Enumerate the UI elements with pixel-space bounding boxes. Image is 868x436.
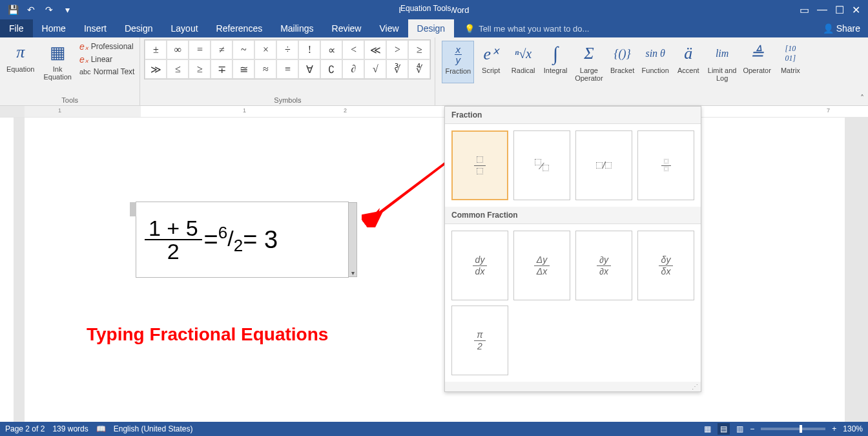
common-fraction-option[interactable]: δyδx [637,231,694,300]
common-fraction-option[interactable]: π2 [451,306,508,375]
linear-button[interactable]: eₓLinear [78,54,136,65]
close-icon[interactable]: ✕ [852,4,860,16]
integral-label: Integral [544,67,568,74]
script-icon: eˣ [483,42,499,65]
zoom-in-icon[interactable]: + [832,424,836,433]
symbol-cell[interactable]: × [254,40,276,59]
fraction-button[interactable]: xy Fraction [442,41,474,83]
symbol-cell[interactable]: ∀ [298,59,320,79]
common-fraction-option[interactable]: ΔyΔx [513,231,570,300]
symbol-cell[interactable]: ∁ [320,59,342,79]
symbol-cell[interactable]: ± [145,40,167,59]
stacked-fraction[interactable]: 1 + 5 2 [145,217,202,262]
function-label: Function [642,67,669,74]
zoom-out-icon[interactable]: − [750,424,754,433]
symbol-cell[interactable]: ≥ [408,40,430,59]
equation-handle[interactable] [130,202,136,216]
zoom-percent[interactable]: 130% [843,424,863,433]
equation-editor[interactable]: 1 + 5 2 = 6/2 = 3 ▾ [136,202,349,278]
function-button[interactable]: sin θFunction [639,41,672,83]
document-area: 1 + 5 2 = 6/2 = 3 ▾ Typing Fractional Eq… [0,118,868,422]
symbol-cell[interactable]: ≤ [167,59,189,79]
tab-view[interactable]: View [370,19,408,37]
tab-review[interactable]: Review [323,19,371,37]
maximize-icon[interactable]: ☐ [835,4,844,16]
equation-button[interactable]: π Equation [4,39,37,95]
symbol-cell[interactable]: ∝ [320,40,342,59]
symbol-cell[interactable]: ≪ [364,40,386,59]
symbol-cell[interactable]: ∓ [211,59,232,79]
symbol-cell[interactable]: ≠ [211,40,232,59]
tab-file[interactable]: File [0,19,33,37]
tab-mailings[interactable]: Mailings [271,19,322,37]
professional-button[interactable]: eₓProfessional [78,41,136,52]
read-mode-icon[interactable]: ▦ [704,424,711,433]
qat-dropdown-icon[interactable]: ▾ [59,2,75,17]
tab-design[interactable]: Design [116,19,162,37]
symbol-cell[interactable]: ≡ [276,59,298,79]
page-indicator[interactable]: Page 2 of 2 [5,424,45,433]
symbol-cell[interactable]: ≅ [232,59,254,79]
spellcheck-icon[interactable]: 📖 [96,424,106,433]
gallery-resize-handle[interactable]: ⋰ [445,382,701,391]
tell-me-box[interactable]: 💡 Tell me what you want to do... [454,19,815,37]
tab-equation-design[interactable]: Design [408,19,455,37]
large-operator-button[interactable]: ΣLarge Operator [572,41,605,83]
linear-fraction-option[interactable]: / [575,130,632,200]
tab-layout[interactable]: Layout [162,19,207,37]
limit-log-button[interactable]: limLimit and Log [705,41,739,83]
skewed-fraction-option[interactable]: ⁄ [513,130,570,200]
language-indicator[interactable]: English (United States) [114,424,193,433]
script-button[interactable]: eˣScript [475,41,506,83]
group-structures: xy Fraction eˣScript ⁿ√xRadical ∫Integra… [435,37,868,105]
collapse-ribbon-icon[interactable]: ˄ [860,94,864,103]
radical-button[interactable]: ⁿ√xRadical [508,41,539,83]
symbol-cell[interactable]: ∞ [167,40,189,59]
symbol-cell[interactable]: ≥ [189,59,211,79]
undo-icon[interactable]: ↶ [23,2,39,17]
web-layout-icon[interactable]: ▥ [736,424,743,433]
symbol-cell[interactable]: ≈ [254,59,276,79]
matrix-button[interactable]: [10 01]Matrix [775,41,806,83]
tab-references[interactable]: References [207,19,272,37]
common-fraction-option[interactable]: dydx [451,231,508,300]
redo-icon[interactable]: ↷ [41,2,57,17]
symbol-cell[interactable]: ! [298,40,320,59]
symbol-cell[interactable]: ÷ [276,40,298,59]
symbol-cell[interactable]: ≫ [145,59,167,79]
symbol-cell[interactable]: √ [364,59,386,79]
symbol-cell[interactable]: = [189,40,211,59]
equation-options-dropdown[interactable]: ▾ [348,202,357,277]
symbol-cell[interactable]: < [342,40,364,59]
vertical-ruler [0,118,14,422]
symbol-cell[interactable]: ~ [232,40,254,59]
page[interactable]: 1 + 5 2 = 6/2 = 3 ▾ Typing Fractional Eq… [25,118,845,422]
symbol-cell[interactable]: > [386,40,408,59]
accent-button[interactable]: äAccent [673,41,704,83]
symbol-cell[interactable]: ∂ [342,59,364,79]
ribbon-options-icon[interactable]: ▭ [800,4,809,16]
zoom-slider[interactable] [761,428,825,430]
share-button[interactable]: 👤 Share [815,19,868,37]
small-fraction-option[interactable] [637,130,694,200]
tell-me-placeholder: Tell me what you want to do... [479,24,589,34]
skewed-fraction[interactable]: 6/2 [218,223,243,256]
common-fraction-option[interactable]: ∂y∂x [575,231,632,300]
word-count[interactable]: 139 words [52,424,88,433]
print-layout-icon[interactable]: ▤ [718,423,730,435]
save-icon[interactable]: 💾 [5,2,21,17]
stacked-fraction-option[interactable] [451,130,508,200]
symbol-cell[interactable]: ∛ [386,59,408,79]
tab-insert[interactable]: Insert [75,19,116,37]
ink-equation-button[interactable]: ▦ Ink Equation [41,39,74,95]
integral-button[interactable]: ∫Integral [540,41,571,83]
minimize-icon[interactable]: — [817,4,827,16]
symbol-cell[interactable]: ∜ [408,59,430,79]
tab-home[interactable]: Home [33,19,75,37]
operator-button[interactable]: ≜Operator [740,41,773,83]
symbol-grid: ±∞=≠~×÷!∝<≪>≥≫≤≥∓≅≈≡∀∁∂√∛∜ [144,39,431,79]
bracket-button[interactable]: {()}Bracket [607,41,638,83]
horizontal-ruler: 1 1 2 3 7 [0,106,868,118]
normal-text-button[interactable]: abcNormal Text [78,67,136,77]
caption-text: Typing Fractional Equations [87,324,328,345]
